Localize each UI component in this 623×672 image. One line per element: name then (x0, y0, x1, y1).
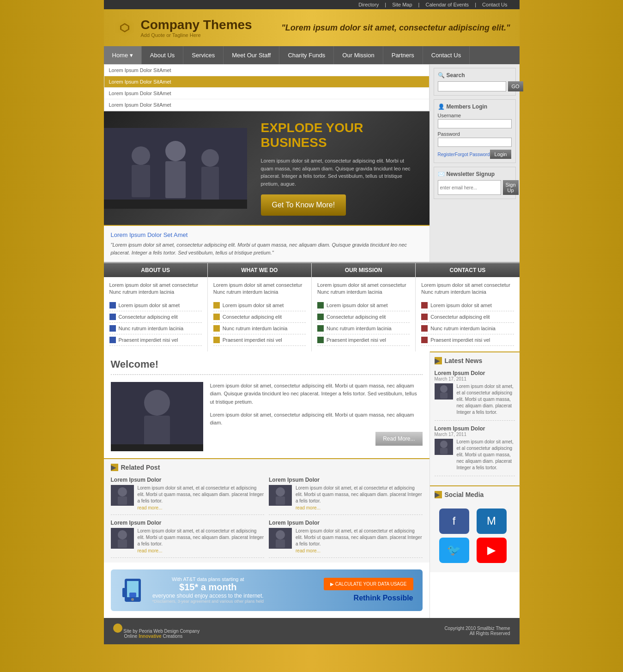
logo-title: Company Themes (141, 18, 252, 32)
read-more-button[interactable]: Read More... (375, 432, 422, 446)
search-button[interactable]: GO (508, 81, 523, 91)
about-title: ABOUT US (104, 263, 207, 277)
logo: Company Themes Add Quote or Tagline Here (113, 16, 252, 39)
list-icon (109, 337, 116, 343)
related-thumb-1 (111, 485, 134, 506)
info-box-mission: OUR MISSION Lorem ipsum dolor sit amet c… (312, 263, 416, 351)
footer-left-text2: Online Innovative Creations (113, 634, 183, 639)
password-input[interactable] (438, 138, 512, 147)
related-item-4-title: Lorem Ipsum Dolor (269, 520, 423, 526)
username-input[interactable] (438, 119, 512, 128)
logo-icon (113, 16, 136, 39)
welcome-svg (111, 382, 203, 451)
facebook-icon[interactable]: f (439, 509, 469, 534)
info-box-about: ABOUT US Lorem ipsum dolor sit amet cons… (104, 263, 208, 351)
svg-rect-25 (118, 539, 127, 548)
members-box: 👤 Members Login Username Password Regist… (434, 99, 516, 163)
members-icon: 👤 (438, 103, 445, 110)
login-button[interactable]: Login (490, 150, 512, 159)
top-bar: Directory | Site Map | Calendar of Event… (104, 0, 520, 9)
members-title: 👤 Members Login (438, 103, 512, 110)
search-row: GO (438, 81, 512, 91)
news-thumb-1 (435, 383, 453, 400)
social-icons: f M 🐦 ▶ (435, 504, 515, 568)
svg-point-24 (118, 530, 127, 539)
nav-contact[interactable]: Contact Us (423, 46, 470, 64)
contact-topbar-link[interactable]: Contact Us (482, 2, 507, 7)
banner-subtitle: everyone should enjoy access to the inte… (152, 593, 264, 599)
hero-sidebar: 🔍 Search GO 👤 Members Login Username Pas… (429, 64, 520, 262)
list-icon (421, 325, 428, 332)
related-item-3-text: Lorem ipsum dolor sit amet, et al consec… (138, 528, 265, 554)
signup-button[interactable]: Sign Up (503, 180, 519, 195)
nav-partners[interactable]: Partners (383, 46, 423, 64)
mission-text: Lorem ipsum dolor sit amet consectetur N… (317, 282, 410, 296)
twitter-icon[interactable]: 🐦 (439, 538, 469, 563)
related-readmore-2[interactable]: read more... (296, 505, 321, 510)
related-readmore-1[interactable]: read more... (138, 505, 163, 510)
related-post-icon: ▶ (111, 464, 118, 471)
sidebar-link-3[interactable]: Lorem Ipsum Dolor SitAmet (104, 88, 429, 99)
list-icon (317, 325, 324, 332)
related-post-title: ▶ Related Post (111, 464, 423, 471)
banner-tagline: With AT&T data plans starting at (152, 576, 264, 582)
latest-news-title: ▶ Latest News (435, 357, 515, 364)
news-item-2-content: Lorem ipsum dolor sit amet, et al consec… (435, 439, 515, 471)
sidebar-link-4[interactable]: Lorem Ipsum Dolor SitAmet (104, 99, 429, 111)
youtube-icon[interactable]: ▶ (477, 538, 507, 563)
whatwedo-title: WHAT WE DO (208, 263, 311, 277)
innovative-text: Innovative (139, 634, 161, 639)
nav-charity[interactable]: Charity Funds (279, 46, 334, 64)
news-item-2-text: Lorem ipsum dolor sit amet, et al consec… (457, 439, 515, 471)
social-media-icon: ▶ (435, 491, 442, 498)
sidebar-link-1[interactable]: Lorem Ipsum Dolor SitAmet (104, 65, 429, 76)
related-item-2-title: Lorem Ipsum Dolor (269, 477, 423, 483)
nav-mission[interactable]: Our Mission (334, 46, 383, 64)
related-item-4: Lorem Ipsum Dolor Lorem ipsum dolor sit … (269, 520, 423, 558)
search-icon: 🔍 (438, 72, 445, 79)
contact-text: Lorem ipsum dolor sit amet consectetur N… (421, 282, 514, 296)
related-item-1: Lorem Ipsum Dolor Lorem ipsum dolor sit … (111, 477, 265, 515)
myspace-icon[interactable]: M (477, 509, 507, 534)
svg-rect-34 (129, 593, 136, 597)
register-link[interactable]: Register (438, 152, 455, 157)
list-icon (317, 302, 324, 309)
svg-rect-9 (165, 161, 186, 198)
nav-home[interactable]: Home ▾ (104, 46, 142, 64)
news-item-1-text: Lorem ipsum dolor sit amet, et al consec… (457, 383, 515, 416)
calendar-link[interactable]: Calendar of Events (426, 2, 469, 7)
welcome-para-1: Lorem ipsum dolor sit amet, consectetur … (210, 382, 423, 406)
related-post-grid: Lorem Ipsum Dolor Lorem ipsum dolor sit … (111, 477, 423, 558)
info-box-whatwedo: WHAT WE DO Lorem ipsum dolor sit amet co… (208, 263, 312, 351)
search-input[interactable] (438, 81, 506, 91)
contact-title: CONTACT US (416, 263, 519, 277)
logo-tagline: Add Quote or Tagline Here (141, 32, 252, 38)
sitemap-link[interactable]: Site Map (392, 2, 412, 7)
password-label: Password (438, 131, 512, 137)
related-item-2-content: Lorem ipsum dolor sit amet, et al consec… (269, 485, 423, 511)
calculate-button[interactable]: ▶ CALCULATE YOUR DATA USAGE (324, 578, 413, 590)
svg-rect-28 (276, 539, 285, 548)
sidebar-link-2[interactable]: Lorem Ipsum Dolor SitAmet (104, 76, 429, 88)
news-item-1-content: Lorem ipsum dolor sit amet, et al consec… (435, 383, 515, 416)
hero-row: Lorem Ipsum Dolor SitAmet Lorem Ipsum Do… (104, 64, 520, 262)
mission-item-4: Praesent imperdiet nisi vel (317, 334, 410, 346)
hero-button[interactable]: Get To Know More! (261, 194, 346, 216)
nav-about[interactable]: About Us (142, 46, 183, 64)
related-readmore-3[interactable]: read more... (138, 548, 163, 553)
news-item-1: Lorem Ipsum Dolor March 17, 2011 Lorem i… (435, 370, 515, 421)
main-content-row: Welcome! Lorem ipsum dolor sit amet, con… (104, 351, 520, 618)
footer-left-text1: Site by Peoria Web Design Company (123, 629, 200, 634)
related-item-2-text: Lorem ipsum dolor sit amet, et al consec… (296, 485, 423, 511)
att-brand: Rethink Possible (324, 594, 413, 602)
related-thumb-2 (269, 485, 292, 506)
list-icon (213, 302, 220, 309)
nav-staff[interactable]: Meet Our Staff (224, 46, 279, 64)
svg-rect-11 (201, 167, 219, 201)
directory-link[interactable]: Directory (358, 2, 379, 7)
forgot-link[interactable]: Forgot Password (455, 152, 490, 157)
svg-point-14 (144, 390, 170, 416)
newsletter-input[interactable] (438, 180, 501, 195)
nav-services[interactable]: Services (183, 46, 224, 64)
related-readmore-4[interactable]: read more... (296, 548, 321, 553)
